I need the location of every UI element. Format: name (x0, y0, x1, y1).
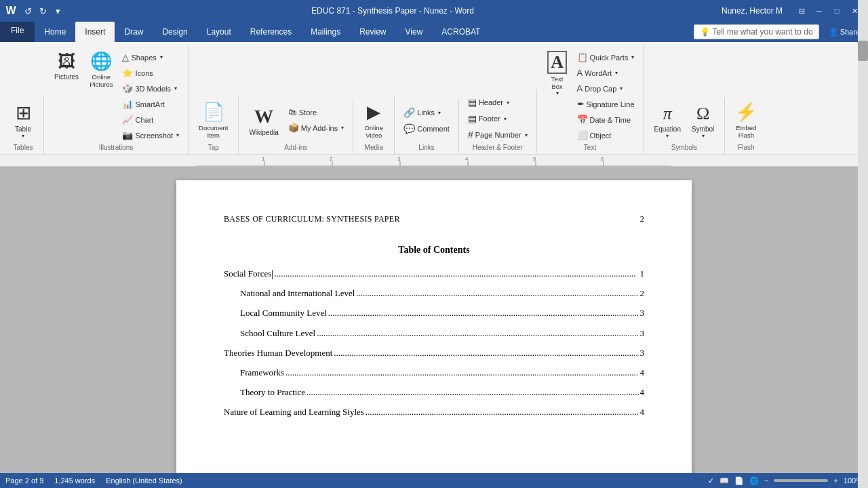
comment-button[interactable]: 💬 Comment (400, 121, 453, 136)
text-box-arrow: ▾ (556, 90, 559, 96)
undo-button[interactable]: ↺ (22, 5, 34, 17)
zoom-in-button[interactable]: + (833, 476, 837, 485)
text-box-icon: A (547, 51, 567, 74)
3d-models-button[interactable]: 🎲 3D Models ▾ (119, 81, 182, 96)
table-dropdown: ▾ (22, 133, 24, 139)
svg-text:1: 1 (262, 156, 265, 162)
toc-entry-social-forces: Social Forces 1 (224, 268, 644, 281)
shapes-arrow: ▾ (160, 54, 163, 60)
media-items: ▶ OnlineVideo (359, 96, 389, 142)
toc-text: National and International Level (240, 287, 355, 300)
tab-view[interactable]: View (396, 22, 433, 42)
document-item-button[interactable]: 📄 DocumentItem (194, 98, 233, 142)
text-box-button[interactable]: A TextBox ▾ (542, 47, 572, 100)
status-bar: Page 2 of 9 1,245 words English (United … (0, 473, 868, 488)
store-label: Store (299, 108, 317, 117)
document-item-icon: 📄 (203, 102, 224, 123)
document-page[interactable]: BASES OF CURRICULUM: SYNTHESIS PAPER 2 T… (176, 180, 692, 473)
status-left: Page 2 of 9 1,245 words English (United … (5, 476, 182, 485)
ribbon: File Home Insert Draw Design Layout Refe… (0, 22, 868, 155)
tables-items: ⊞ Table ▾ (8, 96, 38, 142)
wordart-button[interactable]: A WordArt ▾ (574, 66, 638, 80)
screenshot-button[interactable]: 📷 Screenshot ▾ (119, 128, 182, 142)
embed-flash-button[interactable]: ⚡ EmbedFlash (730, 98, 762, 142)
tab-file[interactable]: File (0, 22, 35, 42)
page-number-button[interactable]: # Page Number ▾ (465, 127, 531, 142)
tab-mailings[interactable]: Mailings (301, 22, 350, 42)
tab-layout[interactable]: Layout (197, 22, 241, 42)
links-button[interactable]: 🔗 Links ▾ (400, 105, 453, 120)
my-addins-button[interactable]: 📦 My Add-ins ▾ (285, 121, 347, 135)
toc-dots (334, 347, 638, 360)
smartart-button[interactable]: 📊 SmartArt (119, 97, 182, 111)
table-icon: ⊞ (16, 102, 31, 124)
ribbon-display-options[interactable]: ⊟ (793, 4, 810, 18)
icons-label: Icons (135, 69, 153, 77)
toc-dots (317, 327, 638, 340)
zoom-out-button[interactable]: − (764, 476, 768, 485)
equation-button[interactable]: π Equation ▾ (650, 100, 686, 142)
toc-entry-local: Local Community Level 3 (240, 307, 644, 320)
flash-items: ⚡ EmbedFlash (730, 96, 762, 142)
equation-icon: π (663, 104, 672, 124)
view-web-button[interactable]: 🌐 (749, 476, 759, 485)
view-read-button[interactable]: 📖 (719, 476, 729, 485)
tab-acrobat[interactable]: ACROBAT (432, 22, 490, 42)
wikipedia-button[interactable]: W Wikipedia (244, 102, 283, 140)
online-video-button[interactable]: ▶ OnlineVideo (359, 98, 389, 142)
vertical-scrollbar[interactable] (858, 167, 868, 473)
footer-button[interactable]: ▤ Footer ▾ (465, 111, 531, 126)
3d-models-label: 3D Models (135, 85, 171, 93)
tell-me-input[interactable]: 💡 Tell me what you want to do (694, 24, 819, 39)
tab-references[interactable]: References (241, 22, 301, 42)
ribbon-group-links: 🔗 Links ▾ 💬 Comment Links (395, 100, 459, 154)
symbol-button[interactable]: Ω Symbol ▾ (687, 100, 719, 142)
table-label: Table (15, 125, 31, 133)
object-button[interactable]: ⬜ Object (574, 128, 638, 142)
ribbon-group-addins: W Wikipedia 🛍 Store 📦 My Add-ins ▾ (239, 100, 353, 154)
minimize-button[interactable]: ─ (811, 4, 827, 18)
shapes-button[interactable]: △ Shapes ▾ (119, 50, 182, 64)
online-video-icon: ▶ (367, 102, 380, 123)
view-print-button[interactable]: 📄 (734, 476, 744, 485)
chart-button[interactable]: 📈 Chart (119, 113, 182, 127)
store-button[interactable]: 🛍 Store (285, 105, 347, 119)
signature-line-button[interactable]: ✒ Signature Line (574, 97, 638, 111)
smartart-icon: 📊 (122, 99, 133, 109)
tab-draw[interactable]: Draw (115, 22, 153, 42)
restore-button[interactable]: □ (829, 4, 845, 18)
tab-insert[interactable]: Insert (75, 22, 115, 42)
text-cursor (272, 270, 273, 279)
quick-parts-button[interactable]: 📋 Quick Parts ▾ (574, 50, 638, 64)
table-button[interactable]: ⊞ Table ▾ (8, 98, 38, 142)
equation-arrow: ▾ (666, 133, 669, 139)
shapes-icon: △ (122, 52, 129, 62)
object-icon: ⬜ (577, 130, 588, 140)
tab-home[interactable]: Home (35, 22, 75, 42)
tab-review[interactable]: Review (350, 22, 395, 42)
drop-cap-button[interactable]: A Drop Cap ▾ (574, 81, 638, 96)
zoom-slider[interactable] (774, 479, 828, 482)
toc-entry-theories: Theories Human Development 3 (224, 347, 644, 360)
customize-quick-access[interactable]: ▾ (52, 5, 64, 17)
online-pictures-label: OnlinePictures (90, 73, 113, 88)
pictures-button[interactable]: 🖼 Pictures (50, 47, 83, 84)
page-number-arrow: ▾ (525, 132, 528, 138)
toc-page: 4 (640, 367, 645, 380)
date-time-button[interactable]: 📅 Date & Time (574, 113, 638, 127)
wikipedia-label: Wikipedia (249, 129, 278, 136)
tab-design[interactable]: Design (153, 22, 197, 42)
smartart-label: SmartArt (135, 100, 164, 108)
online-pictures-button[interactable]: 🌐 OnlinePictures (85, 47, 117, 92)
icons-button[interactable]: ⭐ Icons (119, 66, 182, 80)
quick-parts-icon: 📋 (577, 52, 588, 62)
word-count[interactable]: 1,245 words (54, 476, 95, 485)
signature-line-icon: ✒ (577, 99, 585, 109)
redo-button[interactable]: ↻ (37, 5, 49, 17)
page-indicator[interactable]: Page 2 of 9 (5, 476, 43, 485)
language-indicator[interactable]: English (United States) (106, 476, 182, 485)
tables-group-label: Tables (8, 142, 38, 154)
status-right: ✓ 📖 📄 🌐 − + 100% (708, 476, 863, 485)
header-label: Header (479, 98, 503, 106)
header-button[interactable]: ▤ Header ▾ (465, 95, 531, 110)
